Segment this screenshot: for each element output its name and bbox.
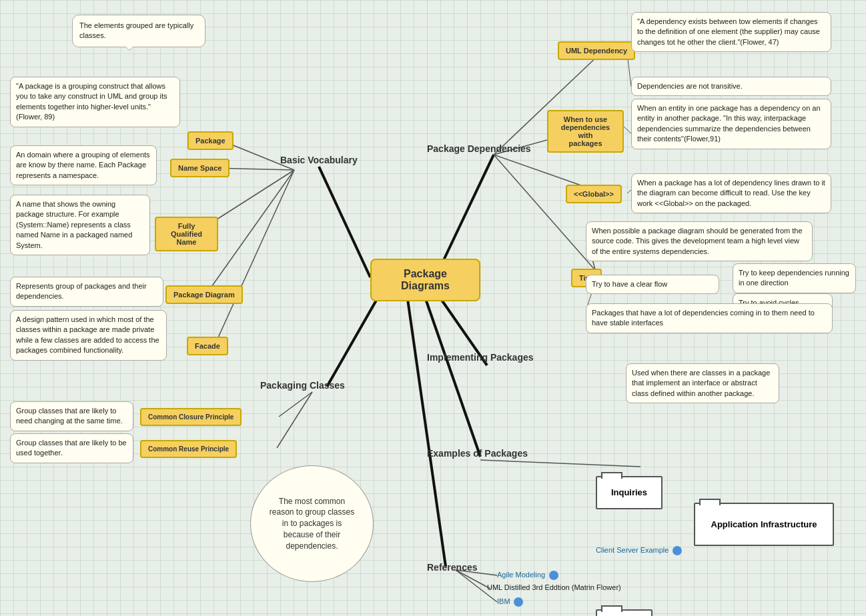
note-fully-qualified-def: A name that shows the owning package str… xyxy=(10,195,150,255)
ref-ibm[interactable]: IBM xyxy=(497,597,523,607)
note-common-reuse-def: Group classes that are likely to be used… xyxy=(10,433,133,463)
section-examples-of-packages: Examples of Packages xyxy=(427,448,528,459)
section-references: References xyxy=(427,562,478,573)
svg-line-23 xyxy=(277,392,312,448)
node-uml-dependency: UML Dependency xyxy=(558,41,635,60)
note-not-transitive: Dependencies are not transitive. xyxy=(631,77,831,96)
note-global-def: When a package has a lot of dependency l… xyxy=(631,173,831,213)
svg-line-1 xyxy=(444,155,494,260)
note-when-to-use-def: When an entity in one package has a depe… xyxy=(631,99,831,149)
note-package-def: "A package is a grouping construct that … xyxy=(10,77,180,127)
section-packaging-classes: Packaging Classes xyxy=(260,380,345,391)
section-implementing-packages: Implementing Packages xyxy=(427,352,534,363)
central-node: Package Diagrams xyxy=(370,259,480,301)
speech-bubble-elements: The elements grouped are typically class… xyxy=(72,15,205,47)
svg-line-26 xyxy=(456,570,490,589)
node-package-diagram: Package Diagram xyxy=(165,285,243,304)
svg-line-0 xyxy=(319,167,370,277)
pkg-app-infra: Application Infrastructure xyxy=(694,503,834,546)
section-package-dependencies: Package Dependencies xyxy=(427,143,531,154)
pkg-app-infra-label: Application Infrastructure xyxy=(711,519,817,529)
note-package-diagram-def: Represents group of packages and their d… xyxy=(10,277,163,307)
node-facade: Facade xyxy=(187,337,228,355)
section-basic-vocabulary: Basic Vocabulary xyxy=(280,155,358,165)
note-tips-flow: Try to have a clear flow xyxy=(586,275,719,294)
svg-line-3 xyxy=(327,293,380,387)
pkg-sales: Sales xyxy=(596,609,653,616)
note-tips-one-dir: Try to keep dependencies running in one … xyxy=(733,263,856,293)
node-common-reuse: Common Reuse Principle xyxy=(140,440,237,458)
globe-icon-client-server xyxy=(673,546,682,555)
ref-agile[interactable]: Agile Modeling xyxy=(497,570,558,580)
svg-line-14 xyxy=(494,155,604,280)
svg-line-9 xyxy=(207,170,294,293)
note-tips-stable: Packages that have a lot of dependencies… xyxy=(586,303,833,333)
note-implementing-def: Used when there are classes in a package… xyxy=(626,363,779,403)
globe-icon-agile xyxy=(549,571,558,580)
svg-line-17 xyxy=(624,127,631,133)
note-uml-dep-def: "A dependency exists between tow element… xyxy=(631,12,831,52)
note-namespace-def: An domain where a grouping of elements a… xyxy=(10,145,157,185)
globe-icon-ibm xyxy=(514,597,523,607)
note-facade-def: A design pattern used in which most of t… xyxy=(10,310,167,361)
node-fully-qualified: Fully QualifiedName xyxy=(155,217,218,251)
client-server-label[interactable]: Client Server Example xyxy=(596,545,682,555)
svg-line-24 xyxy=(480,460,640,467)
note-tips-def1: When possible a package diagram should b… xyxy=(586,221,813,261)
svg-line-4 xyxy=(424,293,480,457)
svg-line-22 xyxy=(279,392,312,417)
svg-line-10 xyxy=(215,170,294,343)
node-namespace: Name Space xyxy=(170,159,230,177)
node-package: Package xyxy=(187,131,234,150)
node-common-closure: Common Closure Principle xyxy=(140,408,242,426)
note-common-closure-def: Group classes that are likely to need ch… xyxy=(10,401,133,431)
svg-line-5 xyxy=(407,295,446,567)
pkg-inquiries: Inquiries xyxy=(596,476,663,509)
ref-uml: UML Distilled 3rd Eddtion (Matrin Flower… xyxy=(487,583,621,591)
node-when-to-use: When to usedependencies withpackages xyxy=(547,110,624,153)
node-global: <<Global>> xyxy=(566,185,622,203)
pkg-inquiries-label: Inquiries xyxy=(611,487,647,497)
circle-node-reason: The most commonreason to group classesin… xyxy=(250,465,374,582)
